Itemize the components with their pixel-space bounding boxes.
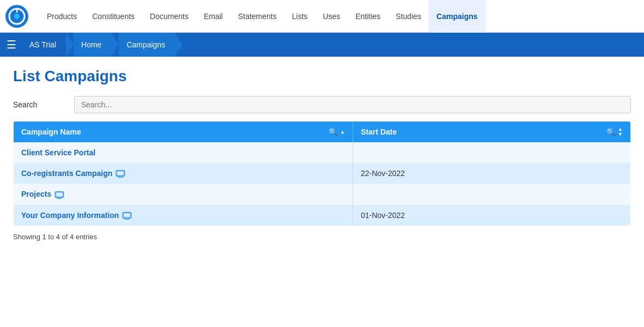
monitor-icon <box>51 190 64 198</box>
campaign-name-cell: Co-registrants Campaign <box>14 163 353 184</box>
start-date-cell: 22-Nov-2022 <box>353 163 631 184</box>
campaign-name-cell: Your Company Information <box>14 205 353 226</box>
breadcrumb-bar: ☰ AS Trial Home Campaigns <box>0 33 644 57</box>
breadcrumb-app[interactable]: AS Trial <box>22 33 66 57</box>
start-date-cell <box>353 184 631 204</box>
campaign-name-link[interactable]: Projects <box>21 190 51 198</box>
svg-rect-15 <box>125 219 130 220</box>
nav-item-email[interactable]: Email <box>196 0 230 33</box>
table-header-row: Campaign Name 🔍 ▲ Start Date 🔍 <box>14 122 631 143</box>
monitor-icon <box>112 169 125 178</box>
table-row: Co-registrants Campaign 22-Nov-2022 <box>14 163 631 184</box>
col-header-start-date: Start Date 🔍 ▲ ▼ <box>353 122 631 143</box>
nav-item-products[interactable]: Products <box>39 0 84 33</box>
page-title: List Campaigns <box>13 68 631 85</box>
table-row: Projects <box>14 184 631 204</box>
table-row: Your Company Information 01-Nov-2022 <box>14 205 631 226</box>
start-date-cell <box>353 142 631 163</box>
campaign-name-link[interactable]: Client Service Portal <box>21 148 95 157</box>
svg-rect-5 <box>118 172 124 175</box>
nav-item-uses[interactable]: Uses <box>315 0 348 33</box>
breadcrumb-current: Campaigns <box>119 33 175 57</box>
campaign-name-cell: Projects <box>14 184 353 204</box>
nav-item-documents[interactable]: Documents <box>142 0 196 33</box>
table-footer: Showing 1 to 4 of 4 entries <box>13 233 631 241</box>
sort-icon-campaign[interactable]: ▲ <box>340 130 345 135</box>
hamburger-icon[interactable]: ☰ <box>7 38 16 51</box>
nav-item-studies[interactable]: Studies <box>388 0 429 33</box>
breadcrumb-home[interactable]: Home <box>74 33 111 57</box>
search-icon-date[interactable]: 🔍 <box>606 128 616 136</box>
nav-item-entities[interactable]: Entities <box>348 0 388 33</box>
col-header-campaign-name: Campaign Name 🔍 ▲ <box>14 122 353 143</box>
search-label: Search <box>13 100 68 109</box>
svg-point-2 <box>14 14 20 19</box>
nav-item-campaigns[interactable]: Campaigns <box>429 0 485 33</box>
svg-rect-9 <box>57 192 63 196</box>
nav-item-statements[interactable]: Statements <box>230 0 284 33</box>
monitor-icon <box>119 211 132 220</box>
campaign-name-link[interactable]: Co-registrants Campaign <box>21 169 112 178</box>
search-row: Search <box>13 96 631 113</box>
svg-rect-7 <box>118 177 123 178</box>
page-content: List Campaigns Search Campaign Name 🔍 ▲ <box>0 57 644 252</box>
start-date-cell: 01-Nov-2022 <box>353 205 631 226</box>
search-icon-campaign[interactable]: 🔍 <box>329 128 338 136</box>
campaigns-table: Campaign Name 🔍 ▲ Start Date 🔍 <box>13 121 631 226</box>
sort-icon-date[interactable]: ▲ ▼ <box>618 127 623 137</box>
campaign-name-link[interactable]: Your Company Information <box>21 211 119 220</box>
top-navigation: Products Constituents Documents Email St… <box>0 0 644 33</box>
campaign-name-cell: Client Service Portal <box>14 142 353 163</box>
search-input[interactable] <box>74 96 631 113</box>
breadcrumb: AS Trial Home Campaigns <box>22 33 175 57</box>
svg-rect-13 <box>124 214 130 217</box>
nav-item-lists[interactable]: Lists <box>284 0 315 33</box>
nav-item-constituents[interactable]: Constituents <box>84 0 142 33</box>
app-logo[interactable] <box>5 5 28 28</box>
nav-menu: Products Constituents Documents Email St… <box>39 0 485 33</box>
svg-rect-11 <box>57 198 62 198</box>
table-row: Client Service Portal <box>14 142 631 163</box>
